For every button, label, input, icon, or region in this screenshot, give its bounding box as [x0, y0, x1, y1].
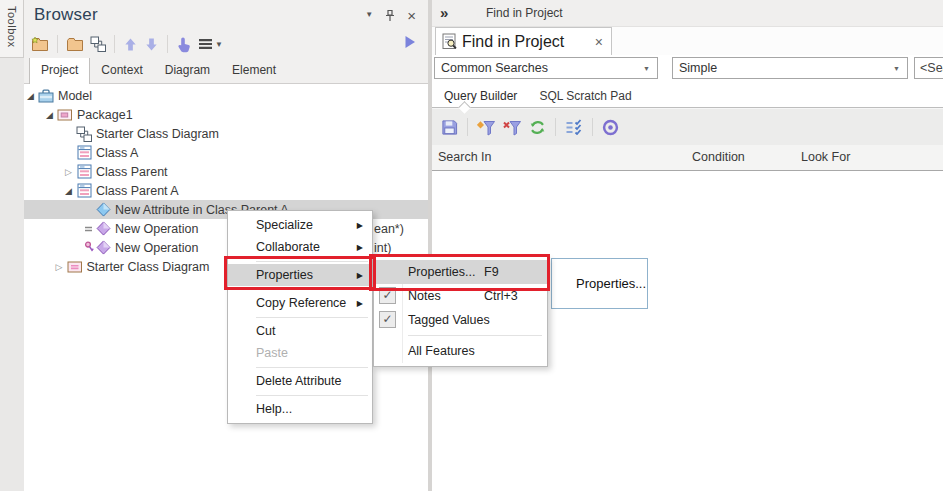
filter-remove-icon[interactable]: [503, 119, 522, 136]
checklist-icon[interactable]: [565, 119, 583, 135]
menu-item-help[interactable]: Help...: [228, 398, 372, 420]
tree-row[interactable]: ◢Model: [24, 86, 428, 105]
search-name-combobox[interactable]: Simple ▼: [672, 57, 908, 79]
diagram-icon[interactable]: [90, 36, 106, 52]
checkmark-icon: ✓: [379, 311, 396, 328]
class-icon: [76, 183, 92, 198]
tree-item-label: Starter Class Diagram: [96, 127, 219, 141]
tab-close-icon[interactable]: ×: [595, 34, 603, 50]
tab-project[interactable]: Project: [29, 57, 90, 84]
tab-query-builder[interactable]: Query Builder: [444, 89, 517, 103]
browser-toolbar: ▼: [24, 30, 428, 58]
submenu-item-all-features[interactable]: All Features: [374, 339, 547, 363]
tab-find-in-project[interactable]: Find in Project ×: [435, 27, 612, 55]
column-header-look-for[interactable]: Look For: [801, 150, 850, 164]
menu-item-specialize[interactable]: Specialize▶: [228, 214, 372, 236]
tree-item-label-tail: int): [374, 241, 391, 255]
tree-row[interactable]: Class A: [24, 143, 428, 162]
package-diagram-icon: [67, 259, 83, 275]
tree-row[interactable]: ◢Class Parent A: [24, 181, 428, 200]
submenu-arrow-icon: ▶: [357, 221, 363, 230]
help-icon[interactable]: [602, 119, 619, 136]
annotation-red-box-properties: [224, 256, 376, 290]
forward-arrow-icon[interactable]: [404, 35, 416, 49]
toolbar-separator: [467, 118, 468, 136]
submenu-item-tagged-values[interactable]: Tagged Values✓: [374, 308, 547, 332]
find-document-icon: [441, 33, 458, 50]
move-down-icon[interactable]: [144, 37, 159, 52]
menu-item-collaborate[interactable]: Collaborate▶: [228, 236, 372, 258]
menu-item-copy-reference[interactable]: Copy Reference▶: [228, 292, 372, 314]
expand-expanded-icon[interactable]: ◢: [27, 91, 38, 101]
tree-item-label: Model: [58, 89, 92, 103]
menu-item-delete-attribute[interactable]: Delete Attribute: [228, 370, 372, 392]
toolbar-separator: [555, 118, 556, 136]
expand-collapsed-icon[interactable]: ▷: [56, 262, 67, 272]
find-titlebar: » Find in Project: [432, 0, 943, 27]
menu-shortcut: Ctrl+3: [484, 289, 518, 303]
find-toolbar: [432, 108, 943, 145]
menu-item-cut[interactable]: Cut: [228, 320, 372, 342]
find-in-project-panel: » Find in Project Find in Project × Comm…: [432, 0, 943, 491]
chevron-down-icon: ▼: [215, 40, 223, 49]
tree-row[interactable]: ▷Class Parent: [24, 162, 428, 181]
column-header-condition[interactable]: Condition: [692, 150, 745, 164]
expand-expanded-icon[interactable]: ◢: [65, 186, 76, 196]
pin-icon[interactable]: [385, 9, 395, 22]
chevron-down-icon: ▼: [893, 65, 900, 72]
annotation-red-box-properties-f9: [369, 254, 550, 291]
search-name-value: Simple: [679, 61, 717, 75]
tab-element[interactable]: Element: [221, 58, 287, 83]
tree-item-label: Package1: [77, 108, 133, 122]
expand-expanded-icon[interactable]: ◢: [46, 110, 57, 120]
tree-item-label: Class Parent: [96, 165, 168, 179]
filter-add-icon[interactable]: [477, 119, 496, 136]
locate-icon[interactable]: [176, 36, 192, 53]
collapse-chevrons-icon[interactable]: »: [432, 4, 486, 23]
close-icon[interactable]: ×: [407, 8, 416, 23]
tree-item-label: Class A: [96, 146, 138, 160]
toolbar-separator: [114, 35, 115, 53]
move-up-icon[interactable]: [123, 37, 138, 52]
expand-collapsed-icon[interactable]: ▷: [65, 167, 76, 177]
find-titlebar-label: Find in Project: [486, 6, 563, 20]
search-term-input[interactable]: <Sea: [914, 57, 943, 79]
tree-item-label-tail: ean*): [374, 222, 404, 236]
search-category-combobox[interactable]: Common Searches ▼: [434, 57, 658, 79]
tree-item-label: New Operation: [115, 222, 198, 236]
tooltip-label: Properties...: [576, 276, 646, 291]
op-lines-icon: [84, 224, 94, 234]
submenu-arrow-icon: ▶: [357, 243, 363, 252]
refresh-icon[interactable]: [529, 119, 546, 136]
tree-row[interactable]: ◢Package1: [24, 105, 428, 124]
operation-icon: [95, 240, 111, 255]
toolbar-separator: [57, 35, 58, 53]
class-icon: [76, 145, 92, 160]
folder-icon[interactable]: [66, 36, 84, 52]
tree-item-label: Starter Class Diagram: [87, 260, 210, 274]
new-package-icon[interactable]: [31, 36, 49, 52]
tab-context[interactable]: Context: [90, 58, 153, 83]
panel-menu-dropdown-icon[interactable]: ▼: [365, 11, 373, 19]
attribute-icon: [95, 202, 111, 217]
search-term-value: <Sea: [920, 61, 943, 75]
tab-diagram[interactable]: Diagram: [154, 58, 221, 83]
submenu-arrow-icon: ▶: [357, 299, 363, 308]
chevron-down-icon: ▼: [643, 65, 650, 72]
menu-separator: [374, 332, 547, 339]
toolbar-separator: [167, 35, 168, 53]
column-header-search-in[interactable]: Search In: [438, 150, 492, 164]
toolbox-tab[interactable]: Toolbox: [0, 0, 24, 58]
search-category-value: Common Searches: [441, 61, 548, 75]
save-icon[interactable]: [441, 119, 458, 136]
menu-item-paste[interactable]: Paste: [228, 342, 372, 364]
tree-item-label: New Operation: [115, 241, 198, 255]
hamburger-icon[interactable]: ▼: [198, 37, 223, 51]
toolbar-separator: [592, 118, 593, 136]
tree-row[interactable]: Starter Class Diagram: [24, 124, 428, 143]
operation-icon: [95, 221, 111, 236]
tree-item-label: Class Parent A: [96, 184, 179, 198]
diagram-icon: [76, 126, 92, 142]
query-builder-tab-bar: Query BuilderSQL Scratch Pad: [432, 84, 943, 108]
tab-sql-scratch-pad[interactable]: SQL Scratch Pad: [539, 89, 631, 103]
